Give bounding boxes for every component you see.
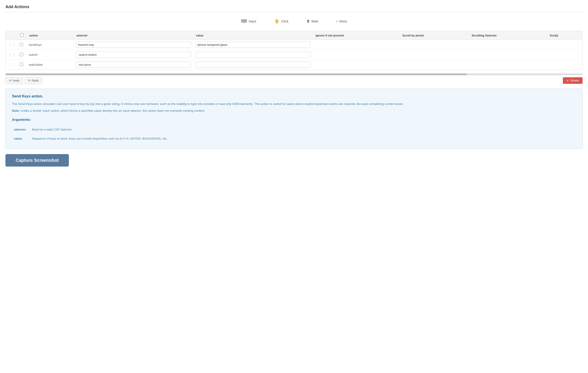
toolbar: ↺ Undo ↻ Redo ✕ Delete: [5, 77, 583, 84]
scrolling-selector-cell-3: [469, 60, 547, 70]
col-selector-header: selector: [74, 31, 193, 40]
selector-input-1[interactable]: [76, 42, 191, 48]
tab-click-label: Click: [281, 19, 289, 23]
arg-selector-label: selector:: [12, 125, 30, 134]
undo-label: Undo: [12, 79, 20, 82]
select-all-checkbox[interactable]: [20, 33, 23, 37]
arg-value-value: Sequence of keys to send. Keys can inclu…: [30, 134, 576, 143]
col-checkbox: [17, 31, 27, 40]
table-row: ⋮⋮ submit: [6, 50, 582, 60]
value-input-2[interactable]: [196, 52, 311, 58]
arguments-title: Arguments:: [12, 117, 576, 121]
tab-wait-label: Wait: [311, 19, 318, 23]
info-description: The Send Keys action simulates real user…: [12, 102, 576, 107]
col-scrolling-selector-header: Scrolling Selector: [469, 31, 547, 40]
arg-selector-value: Must be a valid CSS Selector: [30, 125, 576, 134]
scrolling-selector-cell-2: [469, 50, 547, 60]
selector-input-2[interactable]: [76, 52, 191, 58]
tab-input-label: Input: [249, 19, 256, 23]
action-tabs: ⌨ Input 🖐 Click ⧗ Wait › More: [5, 16, 583, 26]
arg-row-value: value: Sequence of keys to send. Keys ca…: [12, 134, 576, 143]
delete-button[interactable]: ✕ Delete: [563, 77, 583, 84]
action-cell-1: sendKeys: [27, 40, 74, 50]
capture-screenshot-button[interactable]: Capture Screenshot: [5, 154, 69, 167]
page-title: Add Actions: [5, 5, 583, 12]
row-checkbox-cell: [17, 50, 27, 60]
value-input-3[interactable]: [196, 62, 311, 68]
tab-wait[interactable]: ⧗ Wait: [307, 19, 318, 23]
tab-more[interactable]: › More: [336, 19, 347, 23]
scroll-pixels-cell-2: [399, 50, 469, 60]
scroll-pixels-cell-1: [399, 40, 469, 50]
arg-value-label: value:: [12, 134, 30, 143]
action-cell-2: submit: [27, 50, 74, 60]
col-drag: [6, 31, 17, 40]
value-cell-1: [193, 40, 313, 50]
row-3-checkbox[interactable]: [20, 63, 23, 66]
row-checkbox-cell: [17, 40, 27, 50]
redo-icon: ↻: [28, 79, 31, 82]
ignore-cell-1: [313, 40, 400, 50]
scrolling-selector-cell-1: [469, 40, 547, 50]
row-2-checkbox[interactable]: [20, 53, 23, 56]
value-cell-2: [193, 50, 313, 60]
ignore-cell-3: [313, 60, 400, 70]
col-scroll-pixels-header: Scroll by pixels: [399, 31, 469, 40]
arguments-table: selector: Must be a valid CSS Selector v…: [12, 125, 576, 143]
undo-icon: ↺: [9, 79, 11, 82]
drag-handle-cell: ⋮⋮: [6, 60, 17, 70]
table-row: ⋮⋮ waitVisible: [6, 60, 582, 70]
col-value-header: value: [193, 31, 313, 40]
info-note: Note: Unlike a similar 'input' action, w…: [12, 108, 576, 113]
info-description-italic: simulates real user input: [43, 102, 76, 106]
drag-handle-icon[interactable]: ⋮⋮: [8, 53, 15, 57]
keyboard-icon: ⌨: [241, 19, 247, 23]
tab-input[interactable]: ⌨ Input: [241, 19, 256, 23]
actions-table-container: action selector value Ignore if not pres…: [5, 31, 583, 70]
arg-row-selector: selector: Must be a valid CSS Selector: [12, 125, 576, 134]
value-input-1[interactable]: [196, 42, 311, 48]
value-cell-3: [193, 60, 313, 70]
scroll-pixels-cell-3: [399, 60, 469, 70]
redo-button[interactable]: ↻ Redo: [25, 77, 42, 84]
tab-more-label: More: [339, 19, 347, 23]
col-action-header: action: [27, 31, 74, 40]
col-script-header: Script: [547, 31, 582, 40]
script-cell-2: [547, 50, 582, 60]
tab-click[interactable]: 🖐 Click: [274, 19, 289, 23]
drag-handle-cell: ⋮⋮: [6, 40, 17, 50]
selector-cell-3: [74, 60, 193, 70]
action-cell-3: waitVisible: [27, 60, 74, 70]
horizontal-scrollbar[interactable]: [5, 74, 583, 75]
more-icon: ›: [336, 19, 337, 23]
toolbar-left: ↺ Undo ↻ Redo: [5, 77, 42, 84]
selector-cell-2: [74, 50, 193, 60]
script-cell-3: [547, 60, 582, 70]
undo-button[interactable]: ↺ Undo: [5, 77, 23, 84]
drag-handle-cell: ⋮⋮: [6, 50, 17, 60]
row-checkbox-cell: [17, 60, 27, 70]
redo-label: Redo: [32, 79, 39, 82]
ignore-cell-2: [313, 50, 400, 60]
drag-handle-icon[interactable]: ⋮⋮: [8, 43, 15, 47]
wait-icon: ⧗: [307, 19, 310, 23]
selector-cell-1: [74, 40, 193, 50]
delete-label: Delete: [570, 79, 579, 82]
info-note-bold: Note:: [12, 109, 20, 112]
actions-table: action selector value Ignore if not pres…: [6, 31, 582, 70]
col-ignore-header: Ignore if not present: [313, 31, 400, 40]
info-box: Send Keys action. The Send Keys action s…: [5, 89, 583, 149]
delete-icon: ✕: [567, 79, 569, 82]
selector-input-3[interactable]: [76, 62, 191, 68]
drag-handle-icon[interactable]: ⋮⋮: [8, 63, 15, 67]
script-cell-1: [547, 40, 582, 50]
table-row: ⋮⋮ sendKeys: [6, 40, 582, 50]
info-title: Send Keys action.: [12, 94, 576, 98]
row-1-checkbox[interactable]: [20, 43, 23, 46]
scrollbar-thumb[interactable]: [5, 74, 467, 75]
click-icon: 🖐: [274, 19, 279, 23]
